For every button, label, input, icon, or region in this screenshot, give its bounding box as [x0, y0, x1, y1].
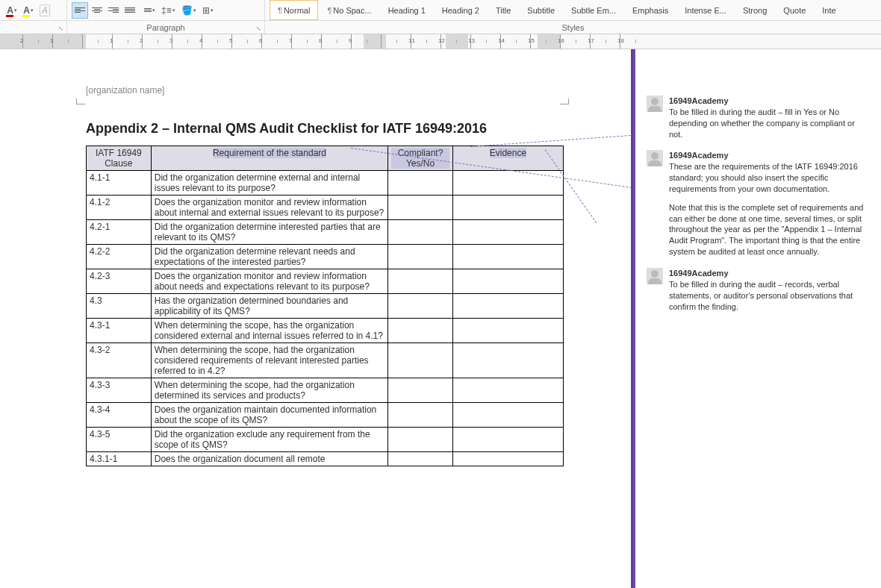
table-row[interactable]: 4.3-1When determining the scope, has the…	[87, 319, 564, 343]
cell-requirement[interactable]: Did the organization determine intereste…	[151, 220, 387, 245]
cell-clause[interactable]: 4.2-1	[87, 220, 152, 245]
table-row[interactable]: 4.3-5Did the organization exclude any re…	[87, 428, 564, 452]
cell-compliant[interactable]	[388, 196, 453, 220]
cell-clause[interactable]: 4.3-2	[87, 343, 152, 378]
cell-evidence[interactable]	[452, 269, 563, 294]
cell-clause[interactable]: 4.3-5	[87, 428, 152, 452]
cell-compliant[interactable]	[388, 403, 453, 428]
cell-clause[interactable]: 4.3.1-1	[87, 452, 152, 466]
cell-clause[interactable]: 4.1-1	[87, 171, 152, 196]
table-row[interactable]: 4.1-2Does the organization monitor and r…	[87, 196, 564, 220]
cell-compliant[interactable]	[388, 269, 453, 294]
comment[interactable]: 16949AcademyTo be filled in during the a…	[647, 268, 868, 312]
align-center-button[interactable]	[90, 2, 105, 19]
table-row[interactable]: 4.2-2Did the organization determine rele…	[87, 245, 564, 269]
cell-evidence[interactable]	[452, 343, 563, 378]
table-row[interactable]: 4.2-1Did the organization determine inte…	[87, 220, 564, 245]
style-strong[interactable]: Strong	[735, 0, 774, 20]
style-heading1[interactable]: Heading 1	[381, 0, 433, 20]
cell-requirement[interactable]: Does the organization monitor and review…	[151, 196, 387, 220]
cell-evidence[interactable]	[452, 220, 563, 245]
borders-button[interactable]: ⊞▾	[200, 2, 216, 19]
th-evidence[interactable]: Evidence	[452, 146, 563, 171]
cell-clause[interactable]: 4.3-4	[87, 403, 152, 428]
comment[interactable]: 16949AcademyThese are the requirements o…	[647, 150, 868, 257]
table-row[interactable]: 4.2-3Does the organization monitor and r…	[87, 269, 564, 294]
cell-requirement[interactable]: Did the organization determine external …	[151, 171, 387, 196]
align-right-button[interactable]	[106, 2, 121, 19]
th-requirement[interactable]: Requirement of the standard	[151, 146, 387, 171]
align-left-button[interactable]	[72, 2, 88, 19]
cell-compliant[interactable]	[388, 428, 453, 452]
style-heading2[interactable]: Heading 2	[435, 0, 487, 20]
table-row[interactable]: 4.1-1Did the organization determine exte…	[87, 171, 564, 196]
cell-compliant[interactable]	[388, 171, 453, 196]
style-quote[interactable]: Quote	[776, 0, 813, 20]
cell-clause[interactable]: 4.1-2	[87, 196, 152, 220]
styles-gallery[interactable]: ¶Normal¶No Spac...Heading 1Heading 2Titl…	[265, 0, 881, 20]
cell-compliant[interactable]	[388, 220, 453, 245]
cell-evidence[interactable]	[452, 171, 563, 196]
document-area[interactable]: [organization name] Appendix 2 – Interna…	[0, 49, 631, 588]
cell-evidence[interactable]	[452, 403, 563, 428]
comment-author: 16949Academy	[669, 96, 868, 107]
cell-clause[interactable]: 4.3-3	[87, 378, 152, 403]
comment-author: 16949Academy	[669, 268, 868, 279]
style-normal[interactable]: ¶Normal	[270, 0, 318, 20]
cell-evidence[interactable]	[452, 378, 563, 403]
style-subtitle[interactable]: Subtitle	[520, 0, 562, 20]
cell-requirement[interactable]: Does the organization maintain documente…	[151, 403, 387, 428]
font-group-expand[interactable]: ⤡	[58, 25, 63, 32]
shading-button[interactable]: 🪣▾	[179, 2, 199, 19]
cell-compliant[interactable]	[388, 245, 453, 269]
cell-evidence[interactable]	[452, 294, 563, 319]
cell-clause[interactable]: 4.3	[87, 294, 152, 319]
table-row[interactable]: 4.3-2When determining the scope, had the…	[87, 343, 564, 378]
cell-evidence[interactable]	[452, 452, 563, 466]
style-emphasis[interactable]: Emphasis	[625, 0, 676, 20]
table-row[interactable]: 4.3Has the organization determined bound…	[87, 294, 564, 319]
th-clause[interactable]: IATF 16949 Clause	[87, 146, 152, 171]
audit-table[interactable]: IATF 16949 Clause Requirement of the sta…	[86, 146, 564, 466]
cell-requirement[interactable]: Did the organization exclude any require…	[151, 428, 387, 452]
table-row[interactable]: 4.3-4Does the organization maintain docu…	[87, 403, 564, 428]
clear-formatting-button[interactable]: A	[37, 2, 52, 19]
cell-requirement[interactable]: Does the organization document all remot…	[151, 452, 387, 466]
cell-compliant[interactable]	[388, 319, 453, 343]
table-row[interactable]: 4.3-3When determining the scope, had the…	[87, 378, 564, 403]
cell-evidence[interactable]	[452, 245, 563, 269]
cell-clause[interactable]: 4.3-1	[87, 319, 152, 343]
horizontal-ruler[interactable]	[0, 34, 881, 49]
cell-compliant[interactable]	[388, 378, 453, 403]
cell-clause[interactable]: 4.2-2	[87, 245, 152, 269]
cell-requirement[interactable]: Has the organization determined boundari…	[151, 294, 387, 319]
font-color-button[interactable]: A▾	[4, 2, 19, 19]
cell-evidence[interactable]	[452, 319, 563, 343]
document-title[interactable]: Appendix 2 – Internal QMS Audit Checklis…	[86, 121, 564, 137]
cell-requirement[interactable]: When determining the scope, had the orga…	[151, 343, 387, 378]
page-header-placeholder[interactable]: [organization name]	[86, 85, 164, 96]
cell-evidence[interactable]	[452, 196, 563, 220]
cell-compliant[interactable]	[388, 452, 453, 466]
paragraph-group-expand[interactable]: ⤡	[256, 25, 261, 32]
style-inte[interactable]: Inte	[815, 0, 843, 20]
cell-requirement[interactable]: When determining the scope, has the orga…	[151, 319, 387, 343]
style-nospac[interactable]: ¶No Spac...	[320, 0, 379, 20]
highlight-color-button[interactable]: A▾	[21, 2, 36, 19]
style-title[interactable]: Title	[488, 0, 518, 20]
cell-compliant[interactable]	[388, 294, 453, 319]
table-row[interactable]: 4.3.1-1Does the organization document al…	[87, 452, 564, 466]
style-subtleem[interactable]: Subtle Em...	[564, 0, 623, 20]
comment[interactable]: 16949AcademyTo be filled in during the a…	[647, 96, 868, 140]
bullets-button[interactable]: ▾	[139, 2, 158, 19]
cell-compliant[interactable]	[388, 343, 453, 378]
cell-requirement[interactable]: Does the organization monitor and review…	[151, 269, 387, 294]
comments-divider	[633, 49, 635, 588]
cell-requirement[interactable]: Did the organization determine relevant …	[151, 245, 387, 269]
style-intensee[interactable]: Intense E...	[677, 0, 734, 20]
cell-clause[interactable]: 4.2-3	[87, 269, 152, 294]
cell-evidence[interactable]	[452, 428, 563, 452]
align-justify-button[interactable]	[122, 2, 137, 19]
line-spacing-button[interactable]: ‡≡▾	[159, 2, 178, 19]
cell-requirement[interactable]: When determining the scope, had the orga…	[151, 378, 387, 403]
